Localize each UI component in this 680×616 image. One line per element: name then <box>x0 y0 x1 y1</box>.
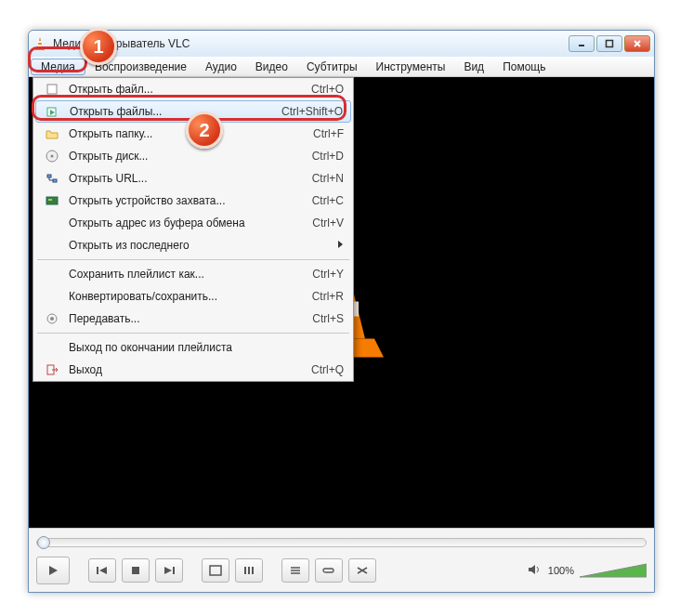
menu-item-label: Открыть URL... <box>69 172 147 185</box>
shuffle-button[interactable] <box>348 558 376 583</box>
loop-button[interactable] <box>315 558 343 583</box>
menu-item[interactable]: ВыходCtrl+Q <box>33 359 353 381</box>
menu-video[interactable]: Видео <box>246 58 297 76</box>
menu-item[interactable]: Открыть URL...Ctrl+N <box>33 167 353 190</box>
minimize-button[interactable] <box>569 35 595 52</box>
menu-item-shortcut: Ctrl+N <box>312 172 344 185</box>
menu-item-label: Выход <box>69 363 102 376</box>
svg-rect-3 <box>35 48 45 50</box>
menubar: Медиа Воспроизведение Аудио Видео Субтит… <box>29 57 654 77</box>
close-button[interactable] <box>624 35 650 52</box>
fullscreen-button[interactable] <box>202 558 229 583</box>
svg-rect-18 <box>210 566 221 575</box>
svg-rect-34 <box>53 179 57 182</box>
menu-separator <box>37 333 349 334</box>
card-icon <box>43 194 61 207</box>
volume-control: 100% <box>528 562 647 579</box>
svg-marker-16 <box>164 567 172 574</box>
menu-item[interactable]: Передавать...Ctrl+S <box>33 308 353 330</box>
svg-rect-20 <box>248 567 250 574</box>
maximize-button[interactable] <box>596 35 622 52</box>
svg-marker-37 <box>338 241 343 248</box>
menu-view[interactable]: Вид <box>454 58 493 76</box>
svg-point-38 <box>50 317 54 321</box>
menu-item-shortcut: Ctrl+C <box>312 194 344 207</box>
menu-item[interactable]: Открыть диск...Ctrl+D <box>33 145 353 167</box>
stop-button[interactable] <box>122 558 150 583</box>
bottom-panel: 100% <box>29 528 654 592</box>
seek-knob[interactable] <box>37 536 50 549</box>
svg-rect-5 <box>607 41 613 47</box>
files-icon <box>44 105 62 118</box>
menu-item[interactable]: Сохранить плейлист как...Ctrl+Y <box>33 263 353 285</box>
menu-item-label: Открыть папку... <box>69 127 152 140</box>
menu-separator <box>37 259 349 260</box>
vlc-window: Медиапроигрыватель VLC Медиа Воспроизвед… <box>28 30 655 593</box>
svg-rect-36 <box>48 199 52 201</box>
menu-item-label: Открыть из последнего <box>69 239 190 252</box>
submenu-arrow-icon <box>336 239 344 252</box>
menu-item[interactable]: Открыть файл...Ctrl+O <box>33 78 353 100</box>
menu-item-shortcut: Ctrl+R <box>312 290 344 303</box>
controls: 100% <box>36 557 647 584</box>
menu-item-shortcut: Ctrl+V <box>312 216 344 229</box>
menu-item[interactable]: Выход по окончании плейлиста <box>33 336 353 359</box>
menu-item-shortcut: Ctrl+O <box>311 83 344 96</box>
folder-icon <box>43 127 61 140</box>
speaker-icon[interactable] <box>528 563 543 579</box>
vlc-icon <box>33 36 47 51</box>
menu-item[interactable]: Открыть адрес из буфера обменаCtrl+V <box>33 212 353 234</box>
menu-item-shortcut: Ctrl+F <box>313 127 344 140</box>
net-icon <box>43 172 61 185</box>
ext-settings-button[interactable] <box>235 558 263 583</box>
svg-rect-28 <box>47 85 57 94</box>
menu-item-shortcut: Ctrl+Y <box>312 268 344 281</box>
svg-rect-13 <box>97 567 98 574</box>
menu-item-label: Конвертировать/сохранить... <box>69 290 217 303</box>
menu-item[interactable]: Конвертировать/сохранить...Ctrl+R <box>33 285 353 308</box>
menu-item-label: Открыть адрес из буфера обмена <box>69 216 245 229</box>
next-button[interactable] <box>155 558 183 583</box>
menu-item-shortcut: Ctrl+Q <box>311 363 344 376</box>
menu-item[interactable]: Открыть устройство захвата...Ctrl+C <box>33 190 353 212</box>
menu-item-label: Передавать... <box>69 312 139 325</box>
prev-button[interactable] <box>88 558 116 583</box>
svg-rect-33 <box>47 175 51 177</box>
svg-rect-2 <box>38 45 43 46</box>
annotation-badge-1: 1 <box>80 28 117 65</box>
svg-rect-17 <box>173 567 175 574</box>
menu-help[interactable]: Помощь <box>493 58 555 76</box>
volume-slider[interactable] <box>580 562 647 579</box>
svg-marker-25 <box>529 565 535 574</box>
playlist-button[interactable] <box>281 558 309 583</box>
menu-item-label: Открыть устройство захвата... <box>69 194 225 207</box>
svg-rect-1 <box>38 41 42 43</box>
svg-rect-15 <box>132 567 139 574</box>
menu-item-shortcut: Ctrl+D <box>312 150 344 163</box>
window-title: Медиапроигрыватель VLC <box>53 37 190 50</box>
menu-tools[interactable]: Инструменты <box>367 58 455 76</box>
menu-item-label: Открыть файл... <box>69 83 153 96</box>
menu-media[interactable]: Медиа <box>31 59 85 75</box>
svg-rect-19 <box>244 567 246 574</box>
disc-icon <box>43 150 61 163</box>
menu-item-label: Выход по окончании плейлиста <box>69 341 232 354</box>
svg-point-32 <box>51 155 54 158</box>
svg-rect-21 <box>252 567 254 574</box>
stream-icon <box>43 312 61 325</box>
titlebar: Медиапроигрыватель VLC <box>29 31 654 57</box>
svg-marker-12 <box>49 566 58 575</box>
play-button[interactable] <box>36 557 70 584</box>
menu-item-label: Открыть диск... <box>69 150 148 163</box>
file-icon <box>43 83 61 96</box>
volume-label: 100% <box>548 565 574 576</box>
annotation-badge-2: 2 <box>186 111 223 149</box>
menu-audio[interactable]: Аудио <box>196 58 246 76</box>
exit-icon <box>43 363 61 376</box>
seek-bar[interactable] <box>36 538 647 547</box>
menu-item-label: Сохранить плейлист как... <box>69 268 204 281</box>
menu-item-label: Открыть файлы... <box>70 105 162 118</box>
menu-item[interactable]: Открыть из последнего <box>33 234 353 256</box>
menu-subtitles[interactable]: Субтитры <box>297 58 367 76</box>
menu-item-shortcut: Ctrl+Shift+O <box>281 105 343 118</box>
